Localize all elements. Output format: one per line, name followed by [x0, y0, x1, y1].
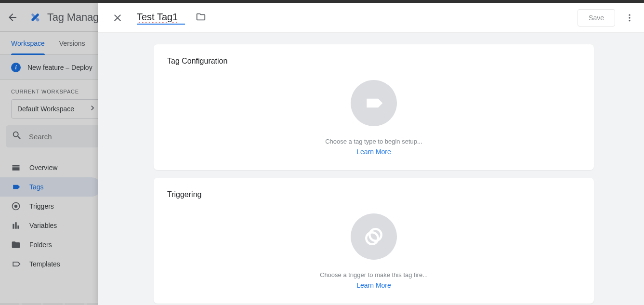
card-title: Triggering [167, 190, 580, 199]
svg-point-5 [629, 14, 630, 15]
panel-body: Tag Configuration Choose a tag type to b… [98, 33, 644, 305]
learn-more-link[interactable]: Learn More [356, 148, 391, 156]
svg-point-7 [629, 20, 630, 21]
card-hint: Choose a tag type to begin setup... [325, 138, 422, 145]
svg-point-6 [629, 17, 630, 18]
close-icon[interactable] [112, 12, 123, 24]
learn-more-link[interactable]: Learn More [356, 281, 391, 289]
card-hint: Choose a trigger to make this tag fire..… [320, 271, 428, 278]
svg-point-9 [369, 229, 381, 241]
panel-header: Save [98, 3, 644, 33]
card-title: Tag Configuration [167, 57, 580, 66]
tag-name-input[interactable] [137, 11, 185, 25]
tag-configuration-card[interactable]: Tag Configuration Choose a tag type to b… [154, 44, 594, 170]
more-menu-icon[interactable] [624, 13, 635, 23]
folder-outline-icon[interactable] [196, 12, 206, 24]
trigger-placeholder-icon [351, 213, 397, 260]
tag-editor-panel: Save Tag Configuration Choose a tag type… [98, 3, 644, 305]
tag-placeholder-icon [351, 80, 397, 126]
save-button[interactable]: Save [578, 9, 615, 27]
triggering-card[interactable]: Triggering Choose a trigger to make this… [154, 178, 594, 304]
svg-point-8 [366, 232, 378, 244]
